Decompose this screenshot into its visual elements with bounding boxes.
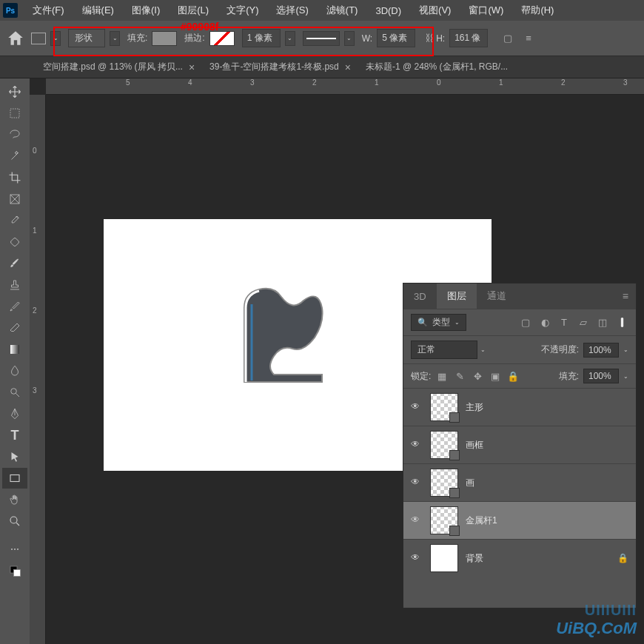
- move-tool[interactable]: [2, 81, 27, 102]
- ruler-horizontal[interactable]: 5 4 3 2 1 0 1 2 3: [46, 78, 644, 95]
- visibility-icon[interactable]: 👁: [411, 514, 423, 526]
- crop-tool[interactable]: [2, 167, 27, 188]
- doc-tab-1[interactable]: 空间搭建.psd @ 113% (屏风 拷贝... ×: [36, 56, 202, 78]
- layer-thumbnail[interactable]: [430, 544, 458, 572]
- stamp-tool[interactable]: [2, 275, 27, 295]
- panel-tab-channels[interactable]: 通道: [477, 284, 517, 309]
- filter-type-icon[interactable]: T: [557, 316, 571, 329]
- layer-name[interactable]: 画: [466, 477, 474, 489]
- gradient-tool[interactable]: [2, 339, 27, 360]
- tool-bar: T ⋯: [0, 78, 30, 644]
- align-icon[interactable]: ≡: [522, 32, 535, 45]
- zoom-tool[interactable]: [2, 511, 27, 531]
- filter-smart-icon[interactable]: ◫: [596, 316, 609, 329]
- close-tab-icon[interactable]: ×: [189, 61, 195, 73]
- ruler-vertical[interactable]: 0 1 2 3: [30, 95, 46, 644]
- menu-type[interactable]: 文字(Y): [218, 4, 267, 17]
- filter-adjust-icon[interactable]: ◐: [538, 316, 551, 329]
- eraser-tool[interactable]: [2, 318, 27, 338]
- magic-wand-tool[interactable]: [2, 146, 27, 167]
- svg-rect-2: [10, 238, 20, 247]
- layer-name[interactable]: 画框: [466, 439, 483, 452]
- panel-menu-icon[interactable]: ≡: [623, 290, 628, 302]
- layer-thumbnail[interactable]: [430, 393, 458, 421]
- lock-paint-icon[interactable]: ✎: [453, 369, 466, 383]
- menu-file[interactable]: 文件(F): [24, 4, 73, 17]
- visibility-icon[interactable]: 👁: [411, 477, 423, 489]
- visibility-icon[interactable]: 👁: [411, 552, 423, 564]
- rectangle-tool[interactable]: [2, 468, 27, 489]
- svg-rect-3: [10, 345, 19, 354]
- height-label: H:: [436, 33, 445, 44]
- visibility-icon[interactable]: 👁: [411, 401, 423, 413]
- brush-tool[interactable]: [2, 253, 27, 274]
- dodge-tool[interactable]: [2, 382, 27, 403]
- menu-image[interactable]: 图像(I): [123, 4, 169, 17]
- layer-thumbnail[interactable]: [430, 469, 458, 497]
- layer-item-selected[interactable]: 👁 金属杆1: [403, 501, 636, 539]
- layer-name[interactable]: 主形: [466, 401, 483, 414]
- lock-icon: 🔒: [617, 553, 628, 563]
- panel-tab-layers[interactable]: 图层: [437, 284, 477, 309]
- filter-type-select[interactable]: 🔍 类型 ⌄: [411, 314, 466, 331]
- menu-3d[interactable]: 3D(D): [366, 5, 410, 16]
- color-swap-icon[interactable]: [2, 560, 27, 581]
- height-input[interactable]: 161 像: [449, 29, 488, 47]
- menu-view[interactable]: 视图(V): [410, 4, 460, 17]
- menu-layer[interactable]: 图层(L): [169, 4, 218, 17]
- opacity-label: 不透明度:: [541, 343, 579, 356]
- menu-filter[interactable]: 滤镜(T): [318, 4, 367, 17]
- doc-tab-3-label: 未标题-1 @ 248% (金属杆1, RGB/...: [366, 61, 508, 73]
- layers-panel: 3D 图层 通道 ≡ 🔍 类型 ⌄ ▢ ◐ T ▱ ◫ ⏽ 正常 ⌄ 不透明度:…: [403, 283, 637, 608]
- layer-item[interactable]: 👁 画框: [403, 426, 636, 463]
- lock-transparent-icon[interactable]: ▦: [435, 369, 449, 383]
- layer-item[interactable]: 👁 背景 🔒: [403, 539, 636, 577]
- filter-shape-icon[interactable]: ▱: [577, 316, 590, 329]
- menu-select[interactable]: 选择(S): [267, 4, 317, 17]
- doc-tab-2[interactable]: 39-鱼干-空间搭建考核1-终极.psd ×: [202, 56, 358, 78]
- layer-thumbnail[interactable]: [430, 431, 458, 459]
- hand-tool[interactable]: [2, 489, 27, 510]
- doc-tab-3[interactable]: 未标题-1 @ 248% (金属杆1, RGB/...: [358, 56, 515, 78]
- lock-row: 锁定: ▦ ✎ ✥ ▣ 🔒 填充: 100% ⌄: [403, 363, 636, 388]
- history-brush-tool[interactable]: [2, 296, 27, 317]
- close-tab-icon[interactable]: ×: [345, 61, 351, 73]
- edit-toolbar[interactable]: ⋯: [2, 539, 27, 560]
- canvas-shape[interactable]: [229, 278, 341, 397]
- fill-opacity-input[interactable]: 100%: [583, 369, 619, 383]
- blur-tool[interactable]: [2, 360, 27, 381]
- marquee-tool[interactable]: [2, 103, 27, 124]
- visibility-icon[interactable]: 👁: [411, 439, 423, 451]
- frame-tool[interactable]: [2, 189, 27, 209]
- filter-toggle-icon[interactable]: ⏽: [615, 316, 628, 329]
- svg-point-4: [11, 389, 17, 395]
- layer-item[interactable]: 👁 画: [403, 463, 636, 501]
- layer-filter-row: 🔍 类型 ⌄ ▢ ◐ T ▱ ◫ ⏽: [403, 309, 636, 335]
- menu-edit[interactable]: 编辑(E): [73, 4, 123, 17]
- home-icon[interactable]: [6, 29, 25, 48]
- layer-name[interactable]: 金属杆1: [466, 514, 497, 527]
- filter-pixel-icon[interactable]: ▢: [519, 316, 532, 329]
- pen-tool[interactable]: [2, 403, 27, 424]
- svg-rect-0: [10, 109, 19, 118]
- type-tool[interactable]: T: [2, 425, 27, 446]
- annotation-box: [53, 27, 434, 56]
- layer-name[interactable]: 背景: [466, 552, 483, 565]
- layer-item[interactable]: 👁 主形: [403, 388, 636, 426]
- menu-bar: Ps 文件(F) 编辑(E) 图像(I) 图层(L) 文字(Y) 选择(S) 滤…: [0, 0, 644, 21]
- path-ops-icon[interactable]: ▢: [501, 32, 514, 45]
- panel-tab-3d[interactable]: 3D: [403, 284, 437, 309]
- lock-all-icon[interactable]: 🔒: [506, 369, 520, 383]
- lock-position-icon[interactable]: ✥: [471, 369, 484, 383]
- healing-tool[interactable]: [2, 232, 27, 252]
- layer-thumbnail[interactable]: [430, 506, 458, 534]
- menu-help[interactable]: 帮助(H): [512, 4, 563, 17]
- lock-artboard-icon[interactable]: ▣: [489, 369, 502, 383]
- opacity-input[interactable]: 100%: [583, 343, 619, 358]
- blend-mode-select[interactable]: 正常: [411, 341, 477, 359]
- lasso-tool[interactable]: [2, 124, 27, 145]
- eyedropper-tool[interactable]: [2, 210, 27, 231]
- menu-window[interactable]: 窗口(W): [460, 4, 512, 17]
- shape-preview-icon[interactable]: [31, 33, 46, 44]
- path-select-tool[interactable]: [2, 446, 27, 467]
